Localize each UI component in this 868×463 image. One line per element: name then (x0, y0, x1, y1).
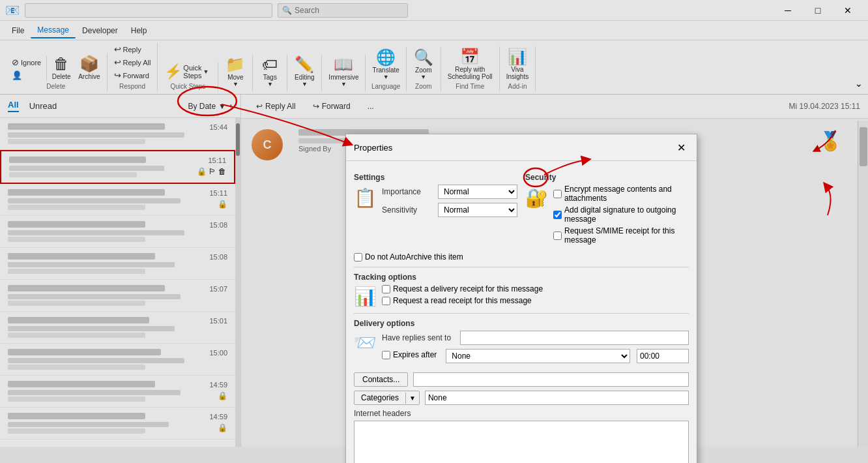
categories-input[interactable] (425, 391, 689, 405)
categories-dropdown-arrow[interactable]: ▼ (405, 393, 419, 404)
replies-row: Have replies sent to (382, 331, 689, 345)
delivery-icon: 📨 (354, 332, 377, 353)
importance-label: Importance (382, 187, 434, 196)
categories-button[interactable]: Categories ▼ (354, 391, 420, 405)
contacts-row: Contacts... (354, 372, 689, 387)
autoarchive-checkbox[interactable] (354, 253, 362, 261)
autoarchive-label: Do not AutoArchive this item (365, 252, 463, 261)
security-header: Security (525, 173, 689, 182)
tracking-header: Tracking options (354, 273, 689, 282)
dialog-title-bar: Properties ✕ (346, 134, 697, 161)
dialog-title: Properties (354, 143, 392, 153)
divider1 (354, 267, 689, 267)
expires-checkbox[interactable] (382, 351, 390, 359)
autoarchive-checkbox-row: Do not AutoArchive this item (354, 252, 689, 261)
replies-input[interactable] (460, 331, 689, 345)
internet-headers-textarea[interactable] (354, 421, 689, 447)
settings-section: Settings 📋 Importance Normal Low High (354, 169, 517, 247)
settings-header: Settings (354, 173, 517, 182)
sensitivity-row: Sensitivity Normal Personal Private Conf… (382, 203, 517, 217)
delivery-receipt-checkbox[interactable] (382, 285, 390, 293)
contacts-button[interactable]: Contacts... (354, 372, 408, 387)
importance-select[interactable]: Normal Low High (438, 185, 517, 199)
delivery-receipt-label: Request a delivery receipt for this mess… (393, 284, 543, 293)
dialog-close-button[interactable]: ✕ (673, 140, 689, 155)
expires-row: Expires after None (382, 349, 689, 363)
replies-label: Have replies sent to (382, 333, 451, 342)
security-section: Security 🔐 Encrypt message contents and … (525, 169, 689, 247)
expires-label: Expires after (393, 350, 437, 359)
divider2 (354, 313, 689, 314)
tracking-icon: 📊 (354, 286, 377, 307)
sensitivity-label: Sensitivity (382, 205, 434, 215)
smime-checkbox-row: Request S/MIME receipt for this message (553, 226, 689, 245)
security-icon: 🔐 (525, 187, 548, 209)
encrypt-label: Encrypt message contents and attachments (564, 185, 689, 203)
smime-checkbox[interactable] (553, 232, 562, 240)
internet-headers-section: Internet headers (354, 409, 689, 447)
contacts-input[interactable] (413, 372, 689, 387)
internet-headers-label: Internet headers (354, 409, 689, 418)
sensitivity-select[interactable]: Normal Personal Private Confidential (438, 203, 517, 217)
categories-row: Categories ▼ (354, 391, 689, 405)
properties-dialog: Properties ✕ Settings 📋 Importance Nor (345, 134, 697, 447)
dialog-overlay: Properties ✕ Settings 📋 Importance Nor (0, 0, 868, 447)
importance-row: Importance Normal Low High (382, 185, 517, 199)
read-receipt-row: Request a read receipt for this message (382, 296, 543, 305)
smime-label: Request S/MIME receipt for this message (564, 226, 689, 245)
expires-checkbox-row: Expires after (382, 350, 437, 359)
digital-signature-label: Add digital signature to outgoing messag… (564, 205, 689, 224)
delivery-receipt-row: Request a delivery receipt for this mess… (382, 284, 543, 293)
digital-sig-checkbox-row: Add digital signature to outgoing messag… (553, 205, 689, 224)
settings-icon: 📋 (354, 187, 377, 209)
encrypt-checkbox[interactable] (553, 190, 562, 198)
read-receipt-checkbox[interactable] (382, 297, 390, 305)
expires-time-input[interactable] (637, 349, 689, 363)
read-receipt-label: Request a read receipt for this message (393, 296, 532, 305)
categories-main[interactable]: Categories (354, 391, 405, 404)
expires-select[interactable]: None (446, 349, 630, 363)
digital-signature-checkbox[interactable] (553, 211, 562, 219)
dialog-body: Settings 📋 Importance Normal Low High (346, 161, 697, 447)
delivery-header: Delivery options (354, 319, 689, 328)
encrypt-checkbox-row: Encrypt message contents and attachments (553, 185, 689, 203)
